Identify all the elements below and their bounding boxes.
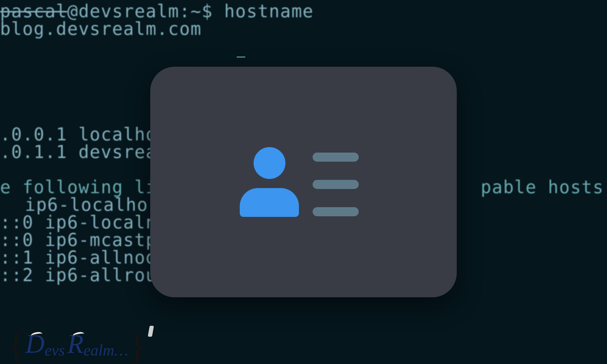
devsrealm-logo: { Devs Realm… } [7, 329, 146, 359]
logo-evs: evs [45, 341, 65, 359]
cursor-icon [237, 56, 245, 58]
user-card-icon [240, 147, 367, 217]
list-lines-icon [313, 153, 359, 216]
hosts-line: ::2 ip6-allrout [0, 265, 168, 285]
foreground-card [150, 67, 457, 297]
person-icon [240, 147, 299, 217]
stage: pascal@devsrealm:~$ hostname blog.devsre… [0, 0, 607, 364]
brace-open-icon: { [7, 334, 25, 359]
logo-ealm: ealm [83, 341, 114, 359]
command-output: blog.devsrealm.com [0, 19, 202, 39]
logo-d: D [25, 329, 45, 359]
logo-r: R [67, 329, 84, 359]
command: hostname [224, 2, 314, 22]
hosts-comment-tail: pable hosts [481, 177, 604, 197]
logo-dots: … [114, 341, 128, 359]
brace-close-icon: } [128, 334, 147, 359]
